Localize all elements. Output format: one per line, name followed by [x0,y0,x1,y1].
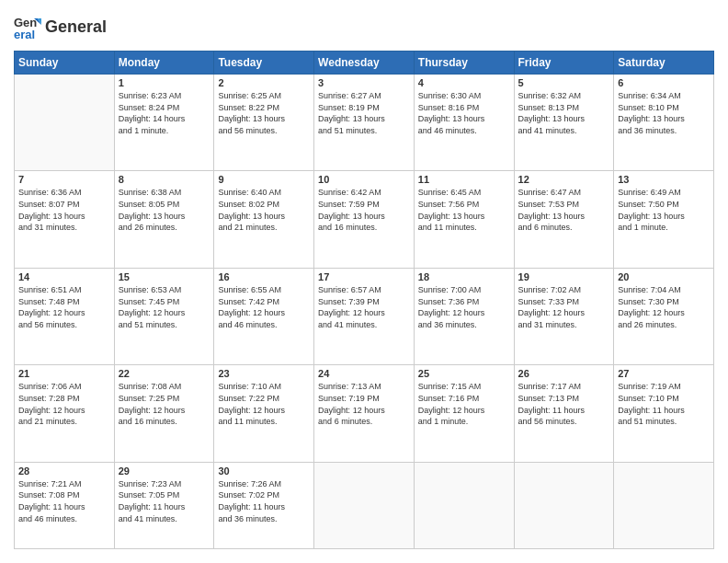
day-info: Sunrise: 6:38 AM Sunset: 8:05 PM Dayligh… [119,187,210,233]
calendar-cell: 10Sunrise: 6:42 AM Sunset: 7:59 PM Dayli… [314,171,415,268]
day-info: Sunrise: 6:27 AM Sunset: 8:19 PM Dayligh… [318,90,410,136]
logo-text: General [45,18,107,37]
day-number: 2 [218,77,310,88]
day-number: 25 [418,368,510,379]
calendar-cell: 16Sunrise: 6:55 AM Sunset: 7:42 PM Dayli… [214,268,314,364]
day-info: Sunrise: 6:34 AM Sunset: 8:10 PM Dayligh… [618,90,710,136]
day-number: 15 [119,271,210,282]
svg-text:eral: eral [14,28,35,41]
day-number: 23 [218,368,310,379]
header-sunday: Sunday [15,52,115,75]
day-number: 14 [18,271,110,282]
calendar-cell: 15Sunrise: 6:53 AM Sunset: 7:45 PM Dayli… [114,268,214,364]
day-number: 19 [518,271,610,282]
day-info: Sunrise: 6:45 AM Sunset: 7:56 PM Dayligh… [418,187,510,233]
calendar-cell: 5Sunrise: 6:32 AM Sunset: 8:13 PM Daylig… [514,75,614,171]
day-info: Sunrise: 6:49 AM Sunset: 7:50 PM Dayligh… [618,187,710,233]
day-number: 13 [618,174,710,185]
day-number: 28 [18,465,110,477]
calendar-cell: 25Sunrise: 7:15 AM Sunset: 7:16 PM Dayli… [414,365,514,462]
day-info: Sunrise: 6:42 AM Sunset: 7:59 PM Dayligh… [318,187,410,233]
day-number: 10 [318,174,410,185]
day-info: Sunrise: 7:23 AM Sunset: 7:05 PM Dayligh… [119,478,210,524]
calendar-cell: 3Sunrise: 6:27 AM Sunset: 8:19 PM Daylig… [314,75,415,171]
day-info: Sunrise: 7:17 AM Sunset: 7:13 PM Dayligh… [518,381,610,427]
day-number: 1 [119,77,210,88]
day-info: Sunrise: 7:26 AM Sunset: 7:02 PM Dayligh… [218,478,310,524]
day-info: Sunrise: 7:00 AM Sunset: 7:36 PM Dayligh… [418,284,510,330]
day-number: 12 [518,174,610,185]
day-number: 9 [218,174,310,185]
day-number: 30 [218,465,310,477]
calendar-cell: 9Sunrise: 6:40 AM Sunset: 8:02 PM Daylig… [214,171,314,268]
day-info: Sunrise: 7:15 AM Sunset: 7:16 PM Dayligh… [418,381,510,427]
day-info: Sunrise: 6:55 AM Sunset: 7:42 PM Dayligh… [218,284,310,330]
calendar-cell: 30Sunrise: 7:26 AM Sunset: 7:02 PM Dayli… [214,462,314,548]
header-tuesday: Tuesday [214,52,314,75]
calendar-cell: 17Sunrise: 6:57 AM Sunset: 7:39 PM Dayli… [314,268,415,364]
day-info: Sunrise: 7:10 AM Sunset: 7:22 PM Dayligh… [218,381,310,427]
calendar-cell: 7Sunrise: 6:36 AM Sunset: 8:07 PM Daylig… [15,171,115,268]
calendar-cell: 23Sunrise: 7:10 AM Sunset: 7:22 PM Dayli… [214,365,314,462]
day-info: Sunrise: 6:47 AM Sunset: 7:53 PM Dayligh… [518,187,610,233]
calendar-cell: 12Sunrise: 6:47 AM Sunset: 7:53 PM Dayli… [514,171,614,268]
day-info: Sunrise: 7:02 AM Sunset: 7:33 PM Dayligh… [518,284,610,330]
day-number: 11 [418,174,510,185]
header: Gen eral General [14,14,714,41]
calendar-cell [15,75,115,171]
day-info: Sunrise: 7:04 AM Sunset: 7:30 PM Dayligh… [618,284,710,330]
week-row-5: 28Sunrise: 7:21 AM Sunset: 7:08 PM Dayli… [15,462,714,548]
day-number: 7 [18,174,110,185]
calendar-cell: 20Sunrise: 7:04 AM Sunset: 7:30 PM Dayli… [614,268,714,364]
day-info: Sunrise: 7:21 AM Sunset: 7:08 PM Dayligh… [18,478,110,524]
day-number: 24 [318,368,410,379]
day-number: 8 [119,174,210,185]
calendar-cell: 2Sunrise: 6:25 AM Sunset: 8:22 PM Daylig… [214,75,314,171]
day-info: Sunrise: 6:40 AM Sunset: 8:02 PM Dayligh… [218,187,310,233]
day-info: Sunrise: 6:25 AM Sunset: 8:22 PM Dayligh… [218,90,310,136]
header-monday: Monday [114,52,214,75]
day-number: 21 [18,368,110,379]
calendar-header-row: SundayMondayTuesdayWednesdayThursdayFrid… [15,52,714,75]
week-row-1: 1Sunrise: 6:23 AM Sunset: 8:24 PM Daylig… [15,75,714,171]
day-info: Sunrise: 6:36 AM Sunset: 8:07 PM Dayligh… [18,187,110,233]
calendar-cell: 29Sunrise: 7:23 AM Sunset: 7:05 PM Dayli… [114,462,214,548]
logo-icon: Gen eral [14,14,41,41]
calendar-cell: 4Sunrise: 6:30 AM Sunset: 8:16 PM Daylig… [414,75,514,171]
day-number: 3 [318,77,410,88]
day-info: Sunrise: 7:08 AM Sunset: 7:25 PM Dayligh… [119,381,210,427]
day-number: 5 [518,77,610,88]
calendar-cell: 24Sunrise: 7:13 AM Sunset: 7:19 PM Dayli… [314,365,415,462]
calendar-cell: 28Sunrise: 7:21 AM Sunset: 7:08 PM Dayli… [15,462,115,548]
day-number: 18 [418,271,510,282]
header-friday: Friday [514,52,614,75]
day-info: Sunrise: 7:19 AM Sunset: 7:10 PM Dayligh… [618,381,710,427]
day-number: 4 [418,77,510,88]
day-number: 26 [518,368,610,379]
calendar-table: SundayMondayTuesdayWednesdayThursdayFrid… [14,51,714,549]
day-number: 16 [218,271,310,282]
day-number: 17 [318,271,410,282]
calendar-cell: 6Sunrise: 6:34 AM Sunset: 8:10 PM Daylig… [614,75,714,171]
day-info: Sunrise: 6:51 AM Sunset: 7:48 PM Dayligh… [18,284,110,330]
day-number: 20 [618,271,710,282]
week-row-4: 21Sunrise: 7:06 AM Sunset: 7:28 PM Dayli… [15,365,714,462]
calendar-cell: 19Sunrise: 7:02 AM Sunset: 7:33 PM Dayli… [514,268,614,364]
calendar-cell: 13Sunrise: 6:49 AM Sunset: 7:50 PM Dayli… [614,171,714,268]
day-info: Sunrise: 7:06 AM Sunset: 7:28 PM Dayligh… [18,381,110,427]
day-info: Sunrise: 6:30 AM Sunset: 8:16 PM Dayligh… [418,90,510,136]
week-row-2: 7Sunrise: 6:36 AM Sunset: 8:07 PM Daylig… [15,171,714,268]
day-number: 6 [618,77,710,88]
day-number: 29 [119,465,210,477]
day-info: Sunrise: 7:13 AM Sunset: 7:19 PM Dayligh… [318,381,410,427]
calendar-cell [314,462,415,548]
calendar-cell: 27Sunrise: 7:19 AM Sunset: 7:10 PM Dayli… [614,365,714,462]
calendar-cell [414,462,514,548]
day-info: Sunrise: 6:23 AM Sunset: 8:24 PM Dayligh… [119,90,210,136]
day-info: Sunrise: 6:53 AM Sunset: 7:45 PM Dayligh… [119,284,210,330]
calendar-cell [514,462,614,548]
week-row-3: 14Sunrise: 6:51 AM Sunset: 7:48 PM Dayli… [15,268,714,364]
calendar-cell: 14Sunrise: 6:51 AM Sunset: 7:48 PM Dayli… [15,268,115,364]
day-info: Sunrise: 6:57 AM Sunset: 7:39 PM Dayligh… [318,284,410,330]
calendar-cell: 22Sunrise: 7:08 AM Sunset: 7:25 PM Dayli… [114,365,214,462]
